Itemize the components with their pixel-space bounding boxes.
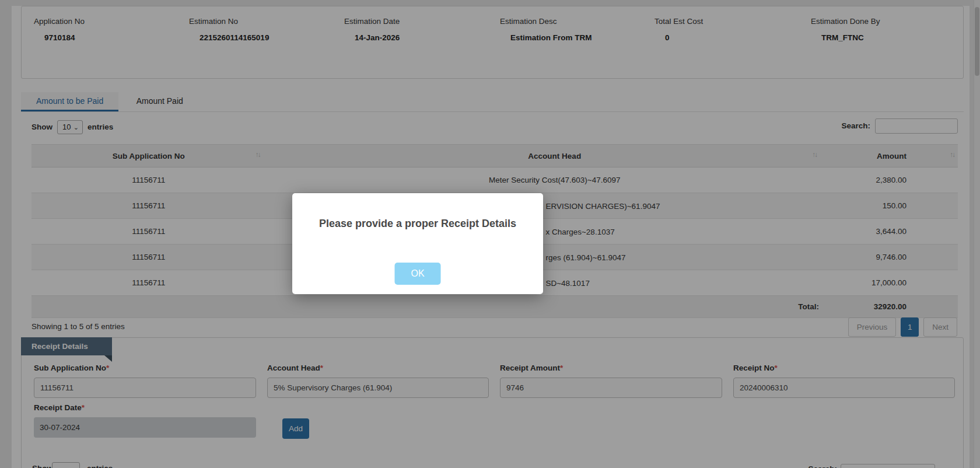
ok-button[interactable]: OK bbox=[395, 263, 441, 285]
alert-message: Please provide a proper Receipt Details bbox=[292, 218, 543, 230]
alert-dialog: Please provide a proper Receipt Details … bbox=[292, 193, 543, 294]
